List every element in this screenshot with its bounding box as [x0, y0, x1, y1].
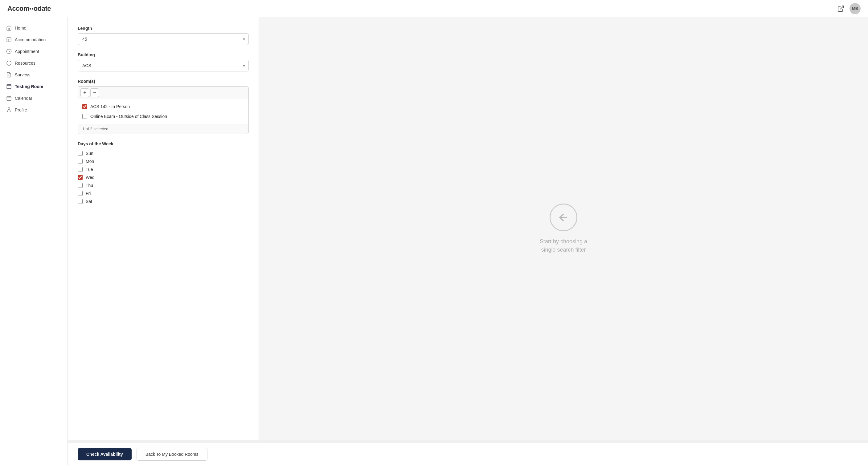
day-label-mon: Mon	[86, 159, 94, 164]
day-option-mon[interactable]: Mon	[78, 157, 249, 165]
profile-icon	[6, 107, 12, 113]
sidebar-item-home[interactable]: Home	[0, 22, 67, 34]
room-checkbox-1[interactable]	[82, 104, 87, 109]
surveys-icon	[6, 72, 12, 77]
room-label-2: Online Exam - Outside of Class Session	[90, 114, 167, 119]
nav-right: MB	[837, 3, 861, 14]
sidebar-item-resources[interactable]: Resources	[0, 57, 67, 69]
day-checkbox-sun[interactable]	[78, 151, 83, 156]
sidebar-item-surveys[interactable]: Surveys	[0, 69, 67, 81]
day-option-thu[interactable]: Thu	[78, 181, 249, 189]
days-label: Days of the Week	[78, 141, 249, 146]
day-checkbox-wed[interactable]	[78, 175, 83, 180]
day-option-fri[interactable]: Fri	[78, 189, 249, 197]
building-field-group: Building ACS Building B Building C ▾	[78, 52, 249, 71]
app-logo: Accomodate	[7, 5, 51, 12]
day-checkbox-thu[interactable]	[78, 183, 83, 188]
svg-line-0	[840, 6, 844, 9]
days-field-group: Days of the Week Sun Mon Tue Wed	[78, 141, 249, 205]
rooms-selection-status: 1 of 2 selected	[78, 124, 248, 134]
day-option-sat[interactable]: Sat	[78, 197, 249, 205]
calendar-icon	[6, 96, 12, 101]
rooms-toolbar: + −	[78, 87, 248, 99]
top-nav: Accomodate MB	[0, 0, 868, 17]
search-hint: Start by choosing a single search filter	[540, 237, 587, 254]
external-link-icon[interactable]	[837, 5, 844, 12]
room-checkbox-2[interactable]	[82, 114, 87, 119]
rooms-remove-button[interactable]: −	[90, 88, 99, 97]
length-field-group: Length 45 15 30 60 90 120 ▾	[78, 26, 249, 45]
user-avatar[interactable]: MB	[849, 3, 861, 14]
day-label-wed: Wed	[86, 175, 95, 180]
length-select[interactable]: 45 15 30 60 90 120	[78, 33, 249, 45]
sidebar-label-calendar: Calendar	[15, 96, 32, 101]
sidebar-label-home: Home	[15, 26, 26, 31]
day-label-sun: Sun	[86, 151, 93, 156]
svg-rect-7	[7, 85, 11, 89]
rooms-add-button[interactable]: +	[81, 88, 89, 97]
sidebar-item-testing-room[interactable]: Testing Room	[0, 81, 67, 92]
length-select-wrapper: 45 15 30 60 90 120 ▾	[78, 33, 249, 45]
day-option-wed[interactable]: Wed	[78, 173, 249, 181]
sidebar-label-accommodation: Accommodation	[15, 37, 45, 42]
day-checkbox-mon[interactable]	[78, 159, 83, 164]
room-label-1: ACS 142 - In Person	[90, 104, 130, 109]
search-hint-line1: Start by choosing a	[540, 238, 587, 244]
resources-icon	[6, 60, 12, 66]
building-label: Building	[78, 52, 249, 57]
building-select-wrapper: ACS Building B Building C ▾	[78, 60, 249, 71]
room-option-1[interactable]: ACS 142 - In Person	[78, 102, 248, 111]
accommodation-icon	[6, 37, 12, 42]
sidebar: Home Accommodation Appointment Resources	[0, 17, 68, 465]
day-label-fri: Fri	[86, 191, 91, 196]
rooms-label: Room(s)	[78, 79, 249, 84]
sidebar-item-profile[interactable]: Profile	[0, 104, 67, 116]
appointment-icon	[6, 49, 12, 54]
rooms-field-group: Room(s) + − ACS 142 - In Person Onlin	[78, 79, 249, 134]
sidebar-item-appointment[interactable]: Appointment	[0, 45, 67, 57]
back-to-booked-rooms-button[interactable]: Back To My Booked Rooms	[136, 448, 208, 461]
day-option-sun[interactable]: Sun	[78, 150, 249, 157]
search-hint-line2: single search filter	[541, 247, 586, 253]
sidebar-label-surveys: Surveys	[15, 72, 31, 77]
building-select[interactable]: ACS Building B Building C	[78, 60, 249, 71]
form-panel: Length 45 15 30 60 90 120 ▾ Building	[68, 17, 259, 440]
sidebar-label-profile: Profile	[15, 107, 27, 112]
day-checkbox-tue[interactable]	[78, 167, 83, 172]
day-checkbox-sat[interactable]	[78, 199, 83, 204]
sidebar-item-accommodation[interactable]: Accommodation	[0, 34, 67, 45]
day-label-sat: Sat	[86, 199, 92, 204]
day-checkbox-fri[interactable]	[78, 191, 83, 196]
svg-rect-1	[7, 38, 11, 42]
sidebar-label-appointment: Appointment	[15, 49, 39, 54]
arrow-circle	[550, 204, 577, 231]
rooms-box: + − ACS 142 - In Person Online Exam - Ou…	[78, 86, 249, 134]
rooms-list: ACS 142 - In Person Online Exam - Outsid…	[78, 99, 248, 124]
check-availability-button[interactable]: Check Availability	[78, 448, 132, 460]
home-icon	[6, 25, 12, 31]
room-option-2[interactable]: Online Exam - Outside of Class Session	[78, 111, 248, 121]
day-label-tue: Tue	[86, 167, 93, 172]
svg-rect-10	[7, 96, 11, 101]
day-label-thu: Thu	[86, 183, 93, 188]
bottom-bar: Check Availability Back To My Booked Roo…	[68, 443, 868, 465]
sidebar-item-calendar[interactable]: Calendar	[0, 92, 67, 104]
testing-room-icon	[6, 84, 12, 89]
sidebar-label-testing-room: Testing Room	[15, 84, 43, 89]
length-label: Length	[78, 26, 249, 31]
main-content: Length 45 15 30 60 90 120 ▾ Building	[68, 17, 868, 465]
right-panel: Start by choosing a single search filter	[259, 17, 868, 440]
day-option-tue[interactable]: Tue	[78, 165, 249, 173]
sidebar-label-resources: Resources	[15, 61, 35, 66]
